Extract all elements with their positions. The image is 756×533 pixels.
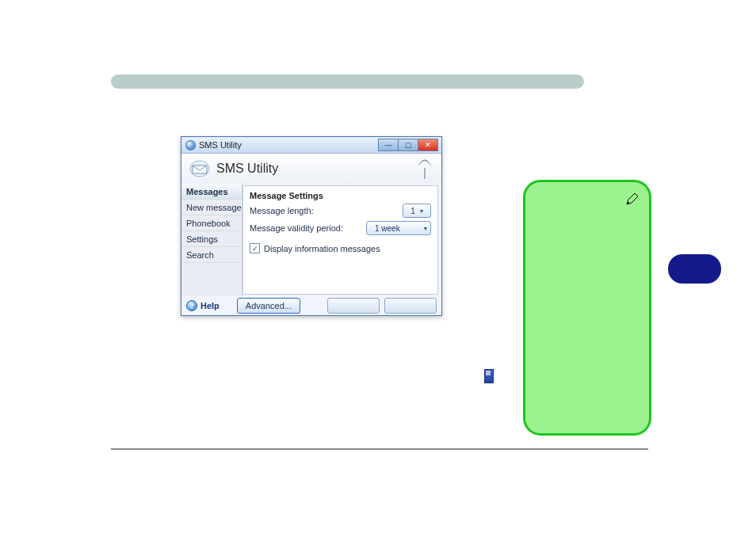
sms-utility-window: SMS Utility — ▢ ✕ SMS Utility Messages N…: [181, 136, 442, 316]
combo-validity[interactable]: 1 week ▾: [366, 221, 431, 235]
maximize-button[interactable]: ▢: [398, 139, 418, 151]
help-label: Help: [200, 301, 220, 310]
label-message-length: Message length:: [250, 206, 345, 215]
row-validity: Message validity period: 1 week ▾: [250, 221, 431, 235]
row-display-info: ✓ Display information messages: [250, 243, 431, 253]
content-panel: Message Settings Message length: 1 ▾ Mes…: [242, 185, 438, 295]
label-validity: Message validity period:: [250, 223, 345, 233]
note-panel: [523, 180, 651, 436]
combo-value: 1 week: [375, 224, 400, 233]
sidebar-item-label: Messages: [186, 187, 228, 196]
window-title: SMS Utility: [199, 140, 242, 150]
close-button[interactable]: ✕: [418, 139, 438, 151]
titlebar[interactable]: SMS Utility — ▢ ✕: [181, 137, 441, 154]
app-header: SMS Utility: [181, 154, 441, 184]
sidebar-item-label: Phonebook: [186, 219, 231, 228]
sidebar-item-settings[interactable]: Settings: [181, 231, 242, 247]
combo-value: 1: [410, 207, 415, 215]
decorative-pill-top: [111, 74, 584, 89]
sidebar-item-label: New message: [186, 203, 242, 212]
sidebar: Messages New message Phonebook Settings …: [181, 184, 242, 296]
chevron-down-icon: ▾: [424, 225, 427, 232]
sidebar-item-label: Search: [186, 250, 214, 260]
section-title: Message Settings: [250, 191, 431, 200]
advanced-button[interactable]: Advanced...: [237, 298, 300, 314]
row-message-length: Message length: 1 ▾: [250, 204, 431, 218]
sidebar-item-label: Settings: [186, 234, 218, 244]
thumbnail-icon: [484, 369, 494, 383]
envelope-icon: [189, 160, 210, 177]
checkbox-display-info[interactable]: ✓: [250, 243, 260, 253]
button-label: Advanced...: [246, 301, 292, 310]
minimize-button[interactable]: —: [378, 139, 398, 151]
app-orb-icon: [185, 140, 196, 150]
decorative-pill-right: [668, 254, 721, 284]
footer-button-2[interactable]: [384, 298, 437, 314]
app-title: SMS Utility: [216, 162, 278, 176]
footer-button-1[interactable]: [327, 298, 380, 314]
help-icon: ?: [186, 300, 197, 311]
pencil-icon: [625, 193, 638, 206]
sidebar-item-new-message[interactable]: New message: [181, 200, 242, 215]
checkbox-label: Display information messages: [264, 244, 380, 253]
sidebar-item-messages[interactable]: Messages: [181, 184, 242, 200]
sidebar-item-phonebook[interactable]: Phonebook: [181, 215, 242, 231]
antenna-icon: [416, 158, 433, 179]
divider: [111, 448, 648, 450]
sidebar-item-search[interactable]: Search: [181, 247, 242, 263]
help-link[interactable]: ? Help: [186, 300, 220, 311]
chevron-down-icon: ▾: [420, 207, 423, 215]
window-footer: ? Help Advanced...: [181, 296, 441, 315]
combo-message-length[interactable]: 1 ▾: [403, 204, 431, 218]
